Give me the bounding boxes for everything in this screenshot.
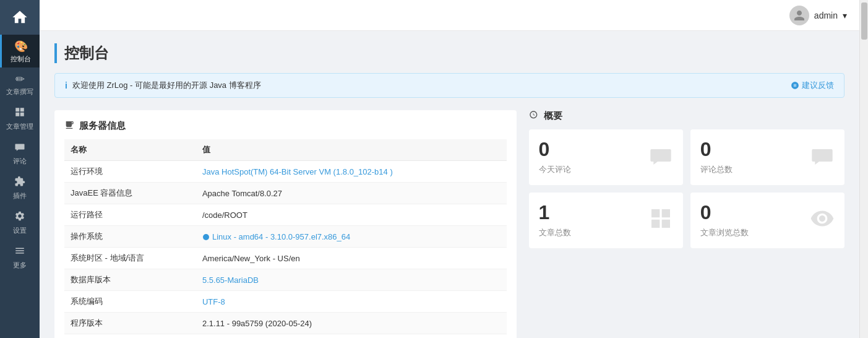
dropdown-icon: ▾ (843, 11, 847, 20)
banner-message: 欢迎使用 ZrLog - 可能是最好用的开源 Java 博客程序 (72, 80, 261, 91)
row-name: 数据库版本 (64, 269, 196, 291)
summary-card-total-views: 0文章浏览总数 (690, 193, 844, 248)
two-col-layout: 服务器信息 名称 值 运行环境Java HotSpot(TM) 64-Bit S… (54, 110, 844, 338)
row-value: 5.5.65-MariaDB (196, 269, 507, 291)
row-value: 2.1.11 - 99a5759 (2020-05-24) (196, 313, 507, 334)
sidebar-item-settings[interactable]: 设置 (0, 204, 40, 239)
sidebar-item-articles-write[interactable]: ✏ 文章撰写 (0, 67, 40, 100)
main-area: admin ▾ 控制台 i 欢迎使用 ZrLog - 可能是最好用的开源 Jav… (40, 0, 859, 338)
feedback-link[interactable]: 建议反馈 (791, 80, 834, 91)
user-menu[interactable]: admin ▾ (789, 6, 847, 25)
sidebar-item-articles-manage[interactable]: 文章管理 (0, 100, 40, 135)
row-name: 程序版本 (64, 313, 196, 334)
summary-grid: 0今天评论0评论总数1文章总数0文章浏览总数 (529, 129, 844, 248)
table-row: JavaEE 容器信息Apache Tomcat/8.0.27 (64, 183, 507, 204)
server-info-table: 名称 值 运行环境Java HotSpot(TM) 64-Bit Server … (64, 139, 507, 334)
scroll-thumb[interactable] (861, 2, 867, 40)
col-value-header: 值 (196, 139, 507, 161)
dashboard-icon: 🎨 (14, 41, 28, 52)
table-row: 数据库版本5.5.65-MariaDB (64, 269, 507, 291)
sidebar-item-comments[interactable]: 评论 (0, 135, 40, 170)
sidebar-item-label: 设置 (13, 226, 27, 235)
sidebar-item-label: 控制台 (11, 54, 31, 64)
row-name: 运行环境 (64, 161, 196, 183)
row-value: Linux - amd64 - 3.10.0-957.el7.x86_64 (196, 226, 507, 248)
page-title: 控制台 (54, 43, 844, 63)
sidebar: 🎨 控制台 ✏ 文章撰写 文章管理 评论 插件 设置 更多 (0, 0, 40, 338)
table-row: 系统编码UTF-8 (64, 291, 507, 313)
row-value: Apache Tomcat/8.0.27 (196, 183, 507, 204)
sidebar-item-label: 评论 (13, 157, 27, 166)
row-name: 操作系统 (64, 226, 196, 248)
row-name: JavaEE 容器信息 (64, 183, 196, 204)
row-value: /code/ROOT (196, 204, 507, 226)
info-banner: i 欢迎使用 ZrLog - 可能是最好用的开源 Java 博客程序 建议反馈 (54, 73, 844, 98)
home-icon (11, 9, 28, 26)
sidebar-item-label: 文章管理 (6, 122, 33, 131)
table-row: 操作系统Linux - amd64 - 3.10.0-957.el7.x86_6… (64, 226, 507, 248)
settings-icon (14, 210, 25, 223)
comments-icon (14, 141, 25, 154)
summary-card-today-comments: 0今天评论 (529, 129, 683, 185)
table-row: 运行环境Java HotSpot(TM) 64-Bit Server VM (1… (64, 161, 507, 183)
server-info-section: 服务器信息 名称 值 运行环境Java HotSpot(TM) 64-Bit S… (54, 110, 517, 338)
summary-card-total-comments: 0评论总数 (690, 129, 844, 185)
card-bg-icon (810, 143, 835, 171)
summary-icon (529, 110, 539, 122)
content-area: 控制台 i 欢迎使用 ZrLog - 可能是最好用的开源 Java 博客程序 建… (40, 31, 859, 338)
row-value: UTF-8 (196, 291, 507, 313)
card-bg-icon (810, 206, 835, 235)
banner-left: i 欢迎使用 ZrLog - 可能是最好用的开源 Java 博客程序 (65, 80, 261, 91)
row-name: 系统编码 (64, 291, 196, 313)
manage-icon (14, 106, 25, 119)
sidebar-logo[interactable] (0, 0, 40, 35)
summary-card-total-articles: 1文章总数 (529, 193, 683, 248)
summary-section: 概要 0今天评论0评论总数1文章总数0文章浏览总数 (529, 110, 844, 338)
server-info-title: 服务器信息 (64, 120, 507, 132)
plugins-icon (14, 176, 25, 189)
row-name: 系统时区 - 地域/语言 (64, 248, 196, 269)
sidebar-item-label: 文章撰写 (6, 87, 33, 97)
username-label: admin (814, 11, 838, 20)
server-info-title-text: 服务器信息 (79, 120, 126, 132)
linux-icon (202, 232, 210, 241)
sidebar-item-label: 插件 (13, 191, 27, 201)
write-icon: ✏ (15, 74, 25, 85)
feedback-text: 建议反馈 (802, 80, 834, 91)
card-bg-icon (648, 206, 673, 235)
scrollbar[interactable] (859, 0, 868, 338)
sidebar-item-more[interactable]: 更多 (0, 239, 40, 274)
table-row: 运行路径/code/ROOT (64, 204, 507, 226)
sidebar-item-plugins[interactable]: 插件 (0, 170, 40, 204)
info-icon: i (65, 80, 67, 90)
table-row: 系统时区 - 地域/语言America/New_York - US/en (64, 248, 507, 269)
summary-title: 概要 (529, 110, 844, 122)
topbar: admin ▾ (40, 0, 859, 31)
sidebar-item-label: 更多 (13, 261, 27, 270)
svg-point-0 (203, 234, 209, 240)
card-bg-icon (648, 143, 673, 171)
sidebar-item-dashboard[interactable]: 🎨 控制台 (0, 35, 40, 67)
server-info-icon (64, 120, 74, 132)
table-row: 程序版本2.1.11 - 99a5759 (2020-05-24) (64, 313, 507, 334)
row-value: Java HotSpot(TM) 64-Bit Server VM (1.8.0… (196, 161, 507, 183)
col-name-header: 名称 (64, 139, 196, 161)
more-icon (14, 245, 25, 258)
avatar (789, 6, 809, 25)
row-value: America/New_York - US/en (196, 248, 507, 269)
row-name: 运行路径 (64, 204, 196, 226)
summary-title-text: 概要 (544, 110, 562, 122)
feedback-icon (791, 81, 799, 90)
